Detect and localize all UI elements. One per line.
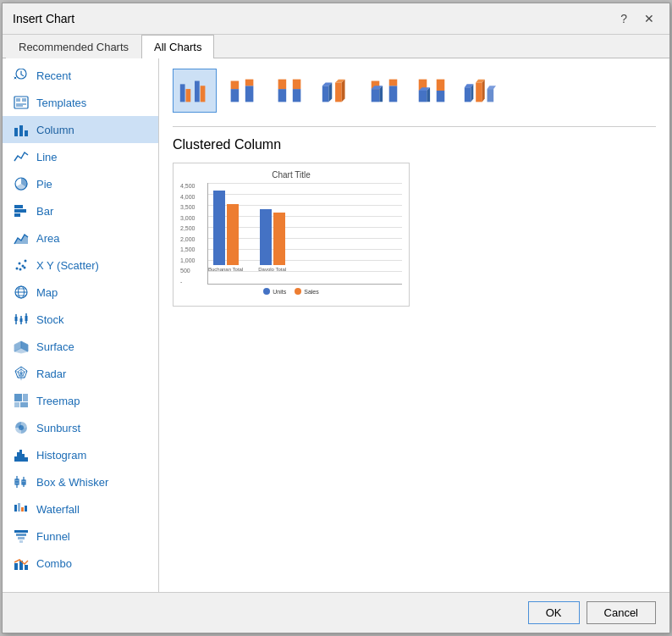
title-bar-controls: ? ✕ (615, 10, 659, 27)
svg-rect-8 (25, 130, 28, 136)
map-icon (13, 284, 30, 301)
svg-rect-98 (437, 80, 445, 91)
svg-point-17 (25, 260, 27, 263)
sidebar-item-bar[interactable]: Bar (3, 197, 158, 224)
svg-rect-51 (25, 457, 28, 462)
svg-rect-91 (389, 86, 398, 102)
sidebar-item-radar-label: Radar (36, 368, 66, 380)
chart-icons-row (173, 69, 656, 113)
svg-rect-44 (14, 402, 19, 407)
svg-point-15 (19, 263, 21, 265)
chart-type-clustered-column[interactable] (173, 69, 217, 113)
sidebar-item-recent[interactable]: Recent (3, 62, 158, 89)
close-button[interactable]: ✕ (639, 10, 659, 27)
chart-preview: Chart Title - 500 1,000 1,500 2,000 2,50… (173, 163, 410, 307)
svg-rect-59 (18, 503, 20, 512)
svg-rect-48 (17, 452, 19, 462)
svg-rect-49 (19, 450, 22, 462)
sidebar-item-scatter[interactable]: X Y (Scatter) (3, 252, 158, 279)
svg-rect-1 (16, 98, 20, 102)
chart-type-3d-100-stacked[interactable] (410, 69, 454, 113)
svg-point-14 (16, 268, 19, 270)
svg-point-19 (24, 267, 26, 269)
svg-rect-77 (278, 89, 287, 102)
sidebar-item-column[interactable]: Column (3, 116, 158, 143)
sidebar-item-area[interactable]: Area (3, 224, 158, 252)
svg-rect-62 (14, 530, 28, 533)
chart-type-3d-stacked[interactable] (362, 69, 406, 113)
sidebar-item-combo-label: Combo (36, 557, 72, 570)
svg-rect-30 (25, 316, 28, 321)
svg-line-41 (18, 373, 21, 378)
bar-group-davolo: Davolo Total (258, 209, 286, 272)
svg-rect-74 (231, 81, 240, 90)
sidebar-item-surface[interactable]: Surface (3, 333, 158, 360)
legend-label-units: Units (273, 289, 286, 295)
svg-marker-104 (482, 80, 485, 102)
combo-icon (13, 555, 30, 572)
histogram-icon (13, 446, 30, 463)
help-button[interactable]: ? (615, 10, 632, 27)
svg-marker-106 (487, 86, 497, 89)
sidebar-item-sunburst[interactable]: Sunburst (3, 414, 158, 441)
sidebar-item-line[interactable]: Line (3, 143, 158, 170)
ok-button[interactable]: OK (528, 601, 580, 624)
chart-type-stacked-column[interactable] (220, 69, 264, 113)
svg-line-40 (21, 373, 25, 378)
svg-rect-61 (25, 506, 27, 512)
svg-rect-68 (25, 565, 28, 570)
sidebar-item-waterfall[interactable]: Waterfall (3, 495, 158, 523)
svg-rect-60 (21, 507, 24, 512)
tab-all-charts[interactable]: All Charts (141, 35, 214, 58)
sidebar-item-radar[interactable]: Radar (3, 360, 158, 387)
svg-rect-7 (19, 125, 23, 136)
sidebar-item-column-label: Column (36, 124, 74, 136)
chart-type-100-stacked-column[interactable] (267, 69, 311, 113)
svg-rect-10 (14, 205, 23, 208)
bars-area: Buchanan Total Davolo Total (207, 183, 402, 285)
svg-rect-47 (14, 456, 17, 462)
bar-icon (13, 202, 30, 219)
chart-type-3d-column[interactable] (457, 69, 501, 113)
treemap-icon (13, 392, 30, 409)
svg-rect-64 (18, 537, 25, 539)
svg-rect-26 (15, 317, 18, 321)
sidebar-item-waterfall-label: Waterfall (36, 503, 80, 516)
stock-icon (13, 311, 30, 328)
svg-rect-80 (293, 80, 301, 89)
svg-rect-6 (14, 128, 18, 136)
sidebar-item-templates-label: Templates (36, 97, 86, 109)
sidebar-item-pie-label: Pie (36, 178, 52, 191)
legend-dot-units (263, 288, 270, 295)
svg-rect-102 (476, 82, 482, 102)
dialog-title: Insert Chart (13, 12, 74, 25)
chart-legend: Units Sales (180, 288, 402, 295)
sidebar-item-funnel[interactable]: Funnel (3, 523, 158, 550)
sidebar-item-histogram-label: Histogram (36, 449, 86, 462)
chart-section-title: Clustered Column (173, 137, 656, 152)
sidebar-item-histogram[interactable]: Histogram (3, 441, 158, 468)
bar-group-buchanan: Buchanan Total (208, 191, 243, 272)
cancel-button[interactable]: Cancel (587, 601, 656, 624)
radar-icon (13, 365, 30, 382)
chart-type-3d-clustered[interactable] (315, 69, 359, 113)
bar-davolo-units (260, 209, 272, 265)
legend-item-units: Units (263, 288, 286, 295)
sidebar: Recent Templates (3, 58, 159, 592)
svg-rect-87 (372, 89, 380, 102)
svg-rect-78 (278, 80, 287, 89)
sidebar-item-templates[interactable]: Templates (3, 89, 158, 116)
sidebar-item-map[interactable]: Map (3, 279, 158, 306)
svg-rect-66 (14, 563, 18, 570)
svg-rect-12 (14, 213, 20, 217)
sidebar-item-line-label: Line (36, 151, 58, 163)
svg-rect-65 (19, 540, 23, 543)
sidebar-item-treemap[interactable]: Treemap (3, 387, 158, 414)
sidebar-item-combo[interactable]: Combo (3, 550, 158, 577)
svg-rect-92 (389, 80, 398, 86)
svg-marker-83 (328, 82, 332, 102)
sidebar-item-pie[interactable]: Pie (3, 170, 158, 197)
tab-recommended[interactable]: Recommended Charts (6, 35, 141, 58)
sidebar-item-boxwhisker[interactable]: Box & Whisker (3, 468, 158, 495)
sidebar-item-stock[interactable]: Stock (3, 306, 158, 333)
